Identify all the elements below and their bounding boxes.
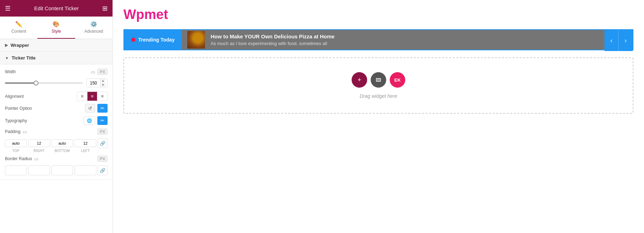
padding-inputs-row: auto 12 auto 12 🔗 [5, 138, 108, 148]
media-btn[interactable] [371, 72, 386, 88]
tab-content[interactable]: ✏️ Content [0, 17, 37, 39]
padding-top-wrap: auto [5, 139, 27, 147]
ticker-title-chevron-icon: ▼ [5, 56, 9, 60]
width-slider-fill [5, 82, 36, 84]
wrapper-section-label: Wrapper [11, 43, 29, 48]
padding-link-btn[interactable]: 🔗 [98, 138, 108, 148]
border-right-wrap [28, 165, 50, 175]
ticker-title-section-header[interactable]: ▼ Ticker Title [0, 52, 113, 64]
sidebar-title: Edit Content Ticker [34, 5, 79, 11]
padding-top-input[interactable]: auto [5, 139, 27, 147]
wrapper-section-header[interactable]: ▶ Wrapper [0, 39, 113, 52]
border-radius-inputs-row: 🔗 [5, 165, 108, 175]
ticker-pizza-image [187, 31, 205, 49]
width-label: Width [5, 69, 16, 74]
ticker-nav: ‹ › [604, 30, 633, 50]
width-device-icon: ▭ [91, 69, 95, 75]
elementor-btn[interactable]: EK [390, 72, 405, 88]
align-right-btn[interactable]: ≡ [97, 92, 107, 101]
border-top-input[interactable] [5, 165, 27, 175]
wrapper-chevron-icon: ▶ [5, 43, 8, 48]
width-slider[interactable] [5, 82, 83, 84]
ticker-headline: How to Make YOUR Own Delicious Pizza at … [211, 33, 334, 39]
alignment-label: Alignment [5, 94, 24, 99]
pointer-option-field-row: Pointer Option ↺ ✏ [5, 104, 108, 113]
typography-edit-btn[interactable]: ✏ [97, 116, 108, 125]
tab-style-label: Style [51, 29, 61, 34]
drag-widget-label: Drag widget here [360, 93, 397, 99]
width-slider-thumb[interactable] [34, 81, 38, 86]
width-arrows: ▲ ▼ [100, 79, 105, 87]
main-area: Wpmet Trending Today How to Make YOUR Ow… [113, 0, 644, 233]
padding-labels-row: TOP RIGHT BOTTOM LEFT [5, 149, 108, 153]
tab-content-label: Content [11, 29, 26, 34]
border-bottom-wrap [51, 165, 73, 175]
ticker-next-btn[interactable]: › [619, 30, 633, 51]
padding-left-input[interactable]: 12 [74, 139, 96, 147]
width-unit[interactable]: PX [97, 69, 108, 75]
wpmet-title: Wpmet [123, 7, 633, 22]
grid-icon[interactable]: ⊞ [102, 5, 108, 12]
sidebar: ☰ Edit Content Ticker ⊞ ✏️ Content 🎨 Sty… [0, 0, 113, 233]
advanced-icon: ⚙️ [90, 21, 97, 27]
width-number-input[interactable]: 150 ▲ ▼ [86, 78, 108, 87]
align-center-btn[interactable]: ≡ [87, 92, 98, 101]
padding-top-label: TOP [5, 149, 27, 153]
tab-advanced-label: Advanced [84, 29, 103, 34]
tab-advanced[interactable]: ⚙️ Advanced [75, 17, 113, 39]
padding-bottom-wrap: auto [51, 139, 73, 147]
ticker-prev-btn[interactable]: ‹ [604, 30, 619, 51]
padding-unit[interactable]: PX [97, 128, 108, 135]
sidebar-tabs: ✏️ Content 🎨 Style ⚙️ Advanced [0, 17, 113, 39]
ticker-subtext: As much as I love experimenting with foo… [211, 41, 334, 46]
ticker-label-text: Trending Today [138, 37, 175, 43]
style-icon: 🎨 [53, 21, 60, 27]
padding-bottom-input[interactable]: auto [51, 139, 73, 147]
padding-label: Padding [5, 129, 20, 134]
typography-field-row: Typography 🌐 ✏ [5, 116, 108, 125]
add-widget-btn[interactable]: + [352, 72, 367, 88]
typography-actions: 🌐 ✏ [84, 116, 108, 125]
tab-style[interactable]: 🎨 Style [37, 17, 75, 39]
padding-left-label: LEFT [74, 149, 96, 153]
border-radius-device-icon: ▭ [34, 156, 38, 162]
padding-device-icon: ▭ [23, 129, 27, 134]
width-down-arrow[interactable]: ▼ [101, 83, 105, 87]
padding-bottom-label: BOTTOM [51, 149, 73, 153]
pointer-option-label: Pointer Option [5, 106, 32, 111]
content-icon: ✏️ [15, 21, 22, 27]
padding-right-input[interactable]: 12 [28, 139, 50, 147]
align-left-btn[interactable]: ≡ [77, 92, 87, 101]
ticker-widget: Trending Today How to Make YOUR Own Deli… [123, 29, 633, 50]
hamburger-icon[interactable]: ☰ [5, 5, 11, 12]
border-radius-unit[interactable]: PX [97, 156, 108, 162]
typography-globe-btn[interactable]: 🌐 [84, 116, 95, 125]
pointer-reset-btn[interactable]: ↺ [85, 104, 95, 113]
width-up-arrow[interactable]: ▲ [101, 79, 105, 83]
padding-field-row: Padding ▭ PX [5, 128, 108, 135]
ticker-content: How to Make YOUR Own Delicious Pizza at … [182, 30, 604, 50]
alignment-group: ≡ ≡ ≡ [77, 92, 108, 101]
ticker-label: Trending Today [124, 30, 182, 50]
padding-right-wrap: 12 [28, 139, 50, 147]
border-bottom-input[interactable] [51, 165, 73, 175]
sidebar-header: ☰ Edit Content Ticker ⊞ [0, 0, 113, 17]
border-radius-field-row: Border Radius ▭ PX [5, 156, 108, 162]
padding-section: Padding ▭ PX auto 12 auto [5, 128, 108, 153]
ticker-text: How to Make YOUR Own Delicious Pizza at … [211, 33, 334, 46]
pointer-edit-btn[interactable]: ✏ [97, 104, 108, 113]
media-icon [375, 76, 382, 83]
border-link-btn[interactable]: 🔗 [98, 165, 108, 175]
width-field-row: Width ▭ PX [5, 69, 108, 75]
border-left-input[interactable] [74, 165, 96, 175]
border-right-input[interactable] [28, 165, 50, 175]
alignment-field-row: Alignment ≡ ≡ ≡ [5, 92, 108, 101]
pointer-option-actions: ↺ ✏ [85, 104, 108, 113]
ticker-title-section-label: Ticker Title [12, 55, 36, 61]
width-input-field[interactable]: 150 [87, 79, 100, 87]
border-top-wrap [5, 165, 27, 175]
sidebar-content: ▶ Wrapper ▼ Ticker Title Width ▭ PX [0, 39, 113, 233]
typography-label: Typography [5, 118, 27, 123]
width-slider-row: 150 ▲ ▼ [5, 78, 108, 87]
ticker-image [187, 31, 205, 49]
